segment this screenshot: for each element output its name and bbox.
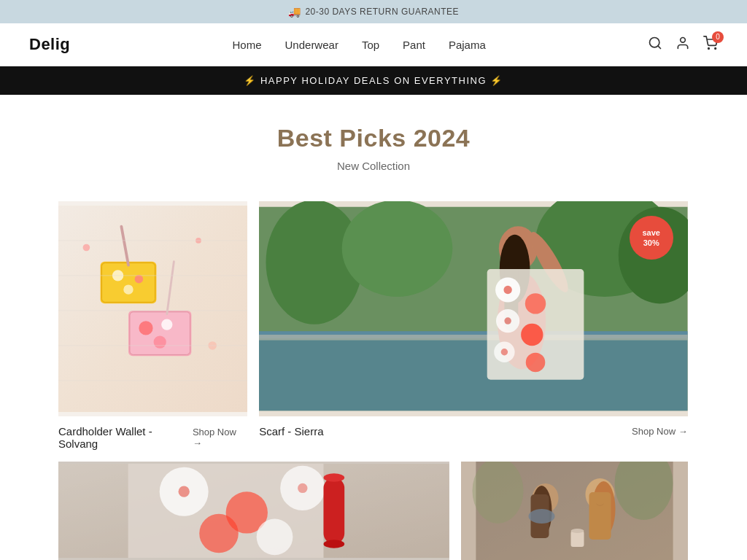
sierra-product-info: Scarf - Sierra Shop Now → (259, 416, 688, 449)
nav-home[interactable]: Home (233, 39, 262, 51)
bottom-right-image-container (461, 462, 688, 560)
svg-rect-71 (589, 492, 611, 540)
svg-point-42 (525, 293, 546, 314)
nav-pant[interactable]: Pant (403, 39, 425, 51)
svg-point-62 (298, 483, 307, 493)
solvang-name: Cardholder Wallet - Solvang (58, 425, 193, 450)
main-nav: Home Underwear Top Pant Pajama (233, 39, 486, 51)
svg-point-44 (521, 324, 543, 346)
svg-point-14 (139, 321, 152, 335)
hero-title: Best Picks 2024 (15, 124, 732, 152)
logo[interactable]: Delig (29, 35, 70, 54)
product-card-sierra: save 30% Scarf - Sierra Shop Now → (259, 201, 688, 462)
sierra-name: Scarf - Sierra (259, 425, 323, 438)
cart-button[interactable]: 0 (703, 36, 718, 54)
bottom-right-image (461, 462, 688, 560)
solvang-image (58, 201, 247, 416)
product-row-bottom (58, 462, 689, 560)
svg-rect-58 (323, 478, 344, 544)
sierra-shop-now[interactable]: Shop Now → (632, 426, 688, 437)
save-text: save (642, 228, 659, 238)
solvang-product-info: Cardholder Wallet - Solvang Shop Now → (58, 416, 247, 462)
product-card-bottom-right (461, 462, 688, 560)
holiday-banner: ⚡ HAPPY HOLIDAY DEALS ON EVERYTHING ⚡ (0, 66, 747, 95)
svg-point-47 (504, 286, 512, 294)
svg-point-2 (681, 37, 686, 42)
product-card-solvang: Cardholder Wallet - Solvang Shop Now → (58, 201, 247, 462)
svg-point-4 (715, 47, 716, 49)
svg-point-48 (505, 317, 511, 324)
product-grid: Cardholder Wallet - Solvang Shop Now → (0, 187, 747, 560)
sierra-image (259, 201, 688, 416)
svg-point-3 (708, 47, 710, 49)
product-card-bottom-left (58, 462, 449, 560)
solvang-image-container (58, 201, 247, 416)
save-badge: save 30% (630, 216, 673, 260)
sierra-image-container: save 30% (259, 201, 688, 416)
svg-rect-34 (259, 335, 688, 341)
svg-point-57 (257, 519, 293, 556)
bottom-left-image (58, 462, 449, 560)
header-icons: 0 (648, 36, 718, 54)
bottom-left-image-container (58, 462, 449, 560)
svg-point-61 (179, 486, 190, 497)
svg-point-56 (199, 514, 239, 553)
search-button[interactable] (648, 36, 662, 54)
svg-point-75 (570, 529, 584, 533)
svg-rect-6 (58, 206, 247, 412)
nav-pajama[interactable]: Pajama (449, 39, 486, 51)
holiday-text: ⚡ HAPPY HOLIDAY DEALS ON EVERYTHING ⚡ (244, 75, 503, 86)
svg-point-15 (161, 319, 172, 330)
svg-point-49 (501, 349, 508, 355)
header: Delig Home Underwear Top Pant Pajama 0 (0, 23, 747, 66)
account-button[interactable] (676, 36, 690, 54)
hero-section: Best Picks 2024 New Collection (0, 95, 747, 187)
svg-point-60 (323, 540, 344, 548)
svg-point-68 (528, 509, 554, 524)
nav-underwear[interactable]: Underwear (285, 39, 338, 51)
cart-count: 0 (712, 31, 724, 43)
svg-rect-32 (259, 331, 688, 411)
product-row-top: Cardholder Wallet - Solvang Shop Now → (58, 201, 689, 462)
save-percent: 30% (643, 238, 659, 248)
truck-icon: 🚚 (288, 6, 301, 18)
nav-top[interactable]: Top (362, 39, 379, 51)
svg-point-29 (342, 201, 453, 297)
svg-point-59 (323, 473, 344, 481)
svg-rect-74 (570, 531, 584, 547)
svg-point-19 (83, 244, 90, 252)
banner-text: 20-30 DAYS RETURN GUARANTEE (305, 7, 459, 17)
hero-subtitle: New Collection (15, 160, 732, 172)
svg-point-16 (154, 335, 166, 348)
svg-point-10 (135, 275, 144, 284)
solvang-shop-now[interactable]: Shop Now → (193, 427, 247, 448)
svg-rect-8 (102, 263, 155, 303)
svg-line-1 (658, 45, 661, 48)
svg-point-11 (123, 284, 133, 294)
svg-point-46 (526, 353, 546, 373)
top-banner: 🚚 20-30 DAYS RETURN GUARANTEE (0, 0, 747, 23)
